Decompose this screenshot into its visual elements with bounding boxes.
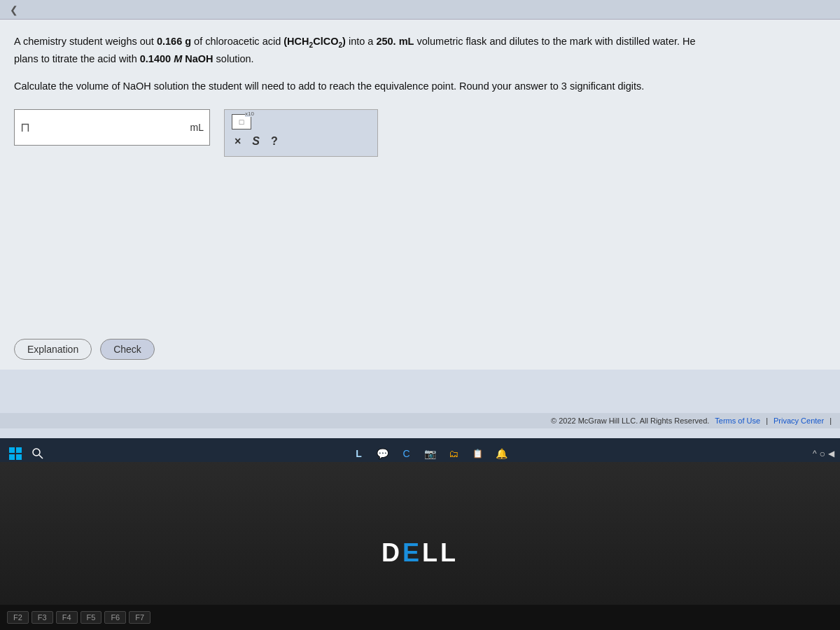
taskbar-center: L 💬 C 📷 🗂 📋 🔔: [52, 444, 808, 463]
answer-box: ⊓ mL: [14, 109, 210, 146]
superscript-hint-label: x10: [245, 111, 254, 117]
taskbar-circle-icon[interactable]: ○: [820, 448, 825, 459]
multiply-button[interactable]: ×: [232, 134, 244, 149]
problem-line3: Calculate the volume of NaOH solution th…: [14, 78, 819, 94]
pipe2-separator: |: [830, 416, 832, 425]
svg-rect-1: [16, 447, 22, 453]
taskbar-app-files[interactable]: 🗂: [444, 444, 463, 463]
chevron-down-icon[interactable]: ❮: [6, 1, 22, 18]
f4-key[interactable]: F4: [56, 611, 78, 624]
svg-point-4: [33, 449, 40, 456]
main-content: A chemistry student weighs out 0.166 g o…: [0, 20, 840, 370]
taskbar-right: ^ ○ ◀: [813, 448, 834, 459]
pipe-separator: |: [766, 416, 768, 425]
tool-top: □ x10: [232, 114, 370, 130]
start-button[interactable]: [6, 444, 25, 463]
taskbar-app-calendar[interactable]: 📋: [468, 444, 487, 463]
f6-key[interactable]: F6: [104, 611, 126, 624]
tool-panel: □ x10 × S ?: [224, 109, 378, 157]
f3-key[interactable]: F3: [31, 611, 53, 624]
svg-rect-3: [16, 454, 22, 460]
flask-icon: ⊓: [20, 120, 30, 135]
tool-buttons: × S ?: [232, 134, 370, 149]
unit-label: mL: [190, 122, 204, 133]
answer-input[interactable]: [34, 122, 188, 133]
dell-logo: DELL: [382, 538, 458, 568]
s-button[interactable]: S: [249, 134, 262, 149]
terms-of-use-link[interactable]: Terms of Use: [715, 416, 760, 425]
top-bar: ❮: [0, 0, 840, 20]
taskbar-app-photo[interactable]: 📷: [420, 444, 440, 463]
superscript-box-icon: □ x10: [232, 114, 251, 130]
answer-section: ⊓ mL □ x10 × S ?: [14, 109, 819, 157]
svg-rect-0: [9, 447, 15, 453]
problem-line1: A chemistry student weighs out 0.166 g o…: [14, 34, 819, 67]
explanation-button[interactable]: Explanation: [14, 339, 92, 360]
svg-line-5: [39, 455, 43, 458]
taskbar-back-icon[interactable]: ◀: [828, 449, 834, 458]
function-keys-row: F2 F3 F4 F5 F6 F7: [0, 605, 840, 630]
f2-key[interactable]: F2: [7, 611, 29, 624]
f5-key[interactable]: F5: [80, 611, 102, 624]
taskbar-app-bell[interactable]: 🔔: [491, 444, 511, 463]
search-icon[interactable]: [28, 444, 48, 463]
screen: ❮ A chemistry student weighs out 0.166 g…: [0, 0, 840, 462]
privacy-center-link[interactable]: Privacy Center: [774, 416, 824, 425]
svg-rect-2: [9, 454, 15, 460]
copyright-bar: © 2022 McGraw Hill LLC. All Rights Reser…: [0, 413, 840, 428]
taskbar-app-chat[interactable]: 💬: [372, 444, 392, 463]
check-button[interactable]: Check: [100, 339, 155, 360]
f7-key[interactable]: F7: [129, 611, 150, 624]
taskbar-left: [6, 444, 48, 463]
taskbar-caret-icon[interactable]: ^: [813, 449, 817, 458]
bottom-buttons: Explanation Check: [14, 339, 155, 360]
taskbar-app-browser[interactable]: C: [396, 444, 416, 463]
help-button[interactable]: ?: [268, 134, 281, 149]
taskbar-app-l[interactable]: L: [349, 444, 368, 463]
copyright-text: © 2022 McGraw Hill LLC. All Rights Reser…: [551, 416, 709, 425]
